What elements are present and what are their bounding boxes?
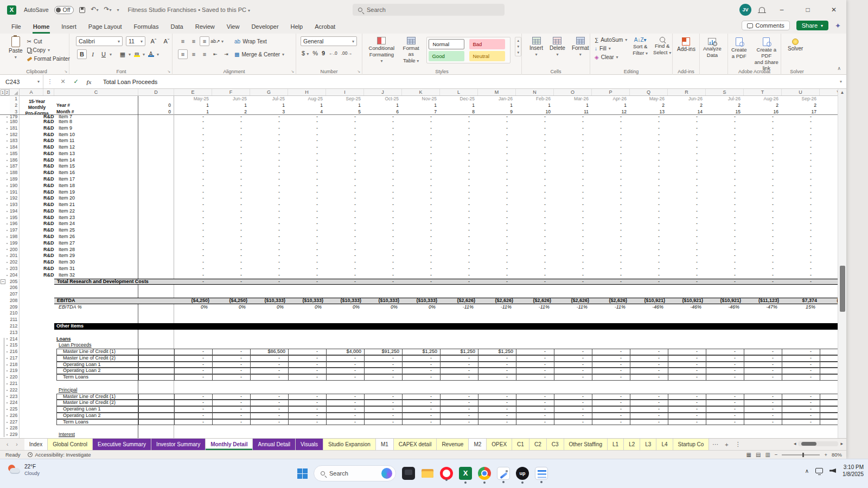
- cell-H193[interactable]: -: [288, 202, 318, 208]
- cell-V202[interactable]: -: [820, 259, 838, 266]
- cell-T179[interactable]: -: [744, 115, 774, 119]
- cell-N180[interactable]: -: [516, 119, 546, 125]
- cell-M220[interactable]: -: [478, 374, 508, 381]
- cell-J195[interactable]: -: [364, 215, 394, 221]
- cell-C196[interactable]: Item 24: [59, 221, 75, 227]
- cell-N205[interactable]: -: [516, 279, 546, 285]
- cell-Q190[interactable]: -: [630, 183, 660, 189]
- collapse-ribbon-icon[interactable]: ∧: [837, 66, 841, 71]
- ribbon-tab-home[interactable]: Home: [27, 21, 56, 34]
- cell-E191[interactable]: -: [174, 189, 204, 196]
- cell-K182[interactable]: -: [402, 132, 432, 138]
- cell-C204[interactable]: Item 32: [59, 272, 75, 279]
- cell-P204[interactable]: -: [592, 272, 622, 279]
- cell-N218[interactable]: -: [516, 362, 546, 368]
- cell-M188[interactable]: -: [478, 170, 508, 176]
- sheet-options-icon[interactable]: ⋮: [732, 439, 744, 450]
- cell-V195[interactable]: -: [820, 215, 838, 221]
- cell-S192[interactable]: -: [706, 195, 736, 202]
- sheet-tab-opex[interactable]: OPEX: [487, 439, 512, 450]
- cell-G220[interactable]: -: [250, 374, 280, 381]
- cell-L218[interactable]: -: [440, 362, 470, 368]
- cell-K225[interactable]: -: [402, 406, 432, 413]
- cell-E218[interactable]: -: [174, 362, 204, 368]
- more-sheets-icon[interactable]: ⋯: [709, 439, 722, 450]
- formula-bar-content[interactable]: Total Loan Proceeds: [103, 79, 157, 85]
- month-header-Jun-26[interactable]: Jun-26: [668, 96, 703, 101]
- cell-U190[interactable]: -: [782, 183, 812, 189]
- cell-Q180[interactable]: -: [630, 119, 660, 125]
- cell-V201[interactable]: -: [820, 253, 838, 259]
- volume-icon[interactable]: [829, 468, 836, 473]
- cell-N223[interactable]: -: [516, 394, 546, 400]
- row-header-179[interactable]: 179: [10, 115, 20, 119]
- cell-K2[interactable]: 1: [402, 102, 437, 108]
- cell-O197[interactable]: -: [554, 227, 584, 234]
- cell-Q224[interactable]: -: [630, 400, 660, 406]
- document-title[interactable]: Fitness Studio Franchises • Saved to thi…: [128, 7, 251, 13]
- cell-H218[interactable]: -: [288, 362, 318, 368]
- fill-color-button[interactable]: ▧: [132, 49, 142, 59]
- cell-F195[interactable]: -: [212, 215, 242, 221]
- cell-L188[interactable]: -: [440, 170, 470, 176]
- merge-center-button[interactable]: ▩Merge & Center ▾: [234, 52, 284, 57]
- cell-L227[interactable]: -: [440, 419, 470, 426]
- cell-G192[interactable]: -: [250, 195, 280, 202]
- cell-F182[interactable]: -: [212, 132, 242, 138]
- cell-M2[interactable]: 1: [478, 102, 513, 108]
- cell-R208[interactable]: ($10,921): [668, 298, 703, 304]
- month-header-Apr-26[interactable]: Apr-26: [592, 96, 627, 101]
- cell-F185[interactable]: -: [212, 151, 242, 157]
- cell-G223[interactable]: -: [250, 394, 280, 400]
- cell-Q205[interactable]: -: [630, 279, 660, 285]
- cell-E201[interactable]: -: [174, 253, 204, 259]
- cell-S209[interactable]: -46%: [706, 304, 739, 311]
- cell-R196[interactable]: -: [668, 221, 698, 227]
- cell-O196[interactable]: -: [554, 221, 584, 227]
- cell-Q2[interactable]: 2: [630, 102, 665, 108]
- align-center-icon[interactable]: ≡: [189, 49, 199, 59]
- conditional-formatting-button[interactable]: ConditionalFormatting ▾: [368, 37, 395, 64]
- cell-M216[interactable]: $1,250: [478, 349, 513, 355]
- zoom-slider-thumb[interactable]: [802, 453, 804, 457]
- cell-R200[interactable]: -: [668, 247, 698, 253]
- cell-G2[interactable]: 1: [250, 102, 285, 108]
- cell-N199[interactable]: -: [516, 240, 546, 247]
- cell-S2[interactable]: 2: [706, 102, 741, 108]
- cell-D3[interactable]: 0: [138, 109, 171, 114]
- cell-M182[interactable]: -: [478, 132, 508, 138]
- shrink-font-button[interactable]: Aˇ: [162, 36, 171, 46]
- cell-J218[interactable]: -: [364, 362, 394, 368]
- cell-F216[interactable]: -: [212, 349, 242, 355]
- sheet-tab-startup-co[interactable]: Startup Co: [673, 439, 710, 450]
- cell-I182[interactable]: -: [326, 132, 356, 138]
- cell-V226[interactable]: -: [820, 413, 838, 419]
- row-header-206[interactable]: 206: [10, 285, 20, 291]
- cell-P187[interactable]: -: [592, 163, 622, 170]
- cell-U224[interactable]: -: [782, 400, 812, 406]
- cell-K193[interactable]: -: [402, 202, 432, 208]
- cell-E194[interactable]: -: [174, 208, 204, 215]
- scroll-up-icon[interactable]: ▲: [838, 89, 846, 95]
- cell-G185[interactable]: -: [250, 151, 280, 157]
- sheet-tab-global-control[interactable]: Global Control: [48, 439, 93, 450]
- row-header-195[interactable]: 195: [10, 215, 20, 221]
- cell-J187[interactable]: -: [364, 163, 394, 170]
- cell-P197[interactable]: -: [592, 227, 622, 234]
- cell-J192[interactable]: -: [364, 195, 394, 202]
- cell-R199[interactable]: -: [668, 240, 698, 247]
- cell-G201[interactable]: -: [250, 253, 280, 259]
- cell-M217[interactable]: -: [478, 355, 508, 362]
- cell-F181[interactable]: -: [212, 125, 242, 132]
- cell-C212[interactable]: Other Items: [56, 323, 84, 330]
- cell-Q188[interactable]: -: [630, 170, 660, 176]
- page-break-view-icon[interactable]: ▥: [765, 452, 770, 458]
- cell-L197[interactable]: -: [440, 227, 470, 234]
- row-header-184[interactable]: 184: [10, 144, 20, 151]
- cell-K203[interactable]: -: [402, 266, 432, 272]
- row-header-202[interactable]: 202: [10, 259, 20, 266]
- cell-D226[interactable]: [138, 413, 174, 419]
- cell-F205[interactable]: -: [212, 279, 242, 285]
- cell-K194[interactable]: -: [402, 208, 432, 215]
- cell-M184[interactable]: -: [478, 144, 508, 151]
